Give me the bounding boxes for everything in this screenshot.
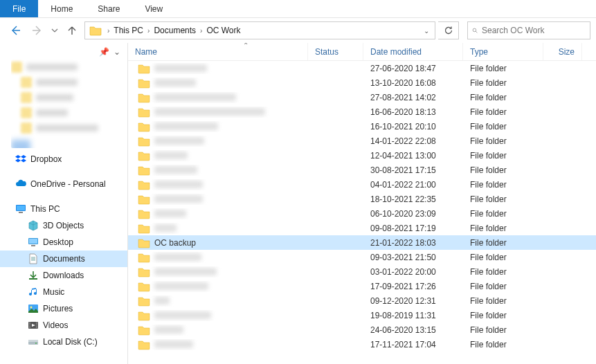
file-row[interactable]: 27-08-2021 14:02File folder [128,90,596,104]
file-row[interactable]: 03-01-2022 20:00File folder [128,264,596,279]
thispc-icon [15,203,26,215]
file-type: File folder [463,64,543,73]
sidebar-item-desktop[interactable]: Desktop [0,234,127,251]
file-name-blurred [154,195,203,203]
sidebar-item-local-disk-c-[interactable]: Local Disk (C:) [0,334,127,350]
folder-icon [138,179,150,190]
svg-rect-12 [28,340,38,342]
pictures-icon [28,303,39,314]
svg-rect-6 [31,245,35,246]
sidebar-label: Pictures [43,304,73,313]
folder-icon [138,281,150,292]
file-date: 16-06-2020 18:13 [363,107,463,117]
file-date: 18-10-2021 22:35 [363,194,463,204]
recent-dropdown[interactable] [50,21,60,40]
column-size[interactable]: Size [543,43,582,60]
file-name-blurred [154,64,207,72]
file-row[interactable]: 18-10-2021 22:35File folder [128,192,596,206]
file-type: File folder [463,311,543,320]
chevron-down-icon[interactable]: ⌄ [114,47,120,57]
sidebar-label: Desktop [43,237,73,247]
sidebar-item-documents[interactable]: Documents [0,251,127,267]
3d-icon [28,220,39,231]
file-row[interactable]: 30-08-2021 17:15File folder [128,163,596,177]
file-name-blurred [154,79,196,87]
file-type: File folder [463,78,543,88]
file-row[interactable]: 24-06-2020 13:15File folder [128,322,596,337]
file-date: 19-08-2019 11:31 [363,311,463,320]
sidebar-header-icons: 📌 ⌄ [0,46,127,58]
file-row[interactable]: 06-10-2020 23:09File folder [128,206,596,221]
pin-icon[interactable]: 📌 [99,47,109,57]
sidebar-item-3d-objects[interactable]: 3D Objects [0,217,127,234]
sidebar-label: Dropbox [30,154,62,164]
file-name-blurred [154,326,183,334]
file-date: 17-09-2021 17:26 [363,282,463,291]
file-name-blurred [154,340,193,348]
file-row[interactable]: 16-10-2021 20:10File folder [128,119,596,134]
home-tab[interactable]: Home [38,0,85,17]
file-date: 12-04-2021 13:00 [363,151,463,161]
address-dropdown[interactable]: ⌄ [419,27,433,35]
file-row[interactable]: 09-03-2021 21:50File folder [128,250,596,264]
folder-icon [138,310,150,321]
file-row[interactable]: 14-01-2022 22:08File folder [128,134,596,148]
file-name-blurred [154,137,204,145]
file-date: 09-08-2021 17:19 [363,224,463,233]
file-type: File folder [463,296,543,306]
file-row[interactable]: OC backup21-01-2022 18:03File folder [128,235,596,250]
file-name-blurred [154,108,265,116]
search-input[interactable] [482,26,586,35]
file-type: File folder [463,151,543,161]
refresh-button[interactable] [438,21,459,39]
sidebar-item-pictures[interactable]: Pictures [0,300,127,317]
folder-icon [138,136,150,147]
sidebar-item-music[interactable]: Music [0,284,127,300]
sidebar-label: OneDrive - Personal [30,179,106,189]
file-date: 14-01-2022 22:08 [363,136,463,146]
file-row[interactable]: 19-08-2019 11:31File folder [128,308,596,322]
file-row[interactable]: 04-01-2022 21:00File folder [128,177,596,192]
forward-button[interactable] [28,21,47,40]
back-button[interactable] [6,21,25,40]
file-tab[interactable]: File [0,0,38,17]
file-name-blurred [154,311,211,319]
file-row[interactable]: 13-10-2020 16:08File folder [128,75,596,90]
file-date: 09-12-2020 12:31 [363,296,463,306]
sidebar-item-thispc[interactable]: This PC [0,201,127,217]
file-name-blurred [154,224,177,232]
file-row[interactable]: 09-12-2020 12:31File folder [128,293,596,308]
search-box[interactable] [467,21,590,39]
sidebar-item-onedrive[interactable]: OneDrive - Personal [0,176,127,192]
sidebar-item-videos[interactable]: Videos [0,317,127,334]
breadcrumb-item[interactable]: This PC [112,26,145,35]
file-row[interactable]: 17-09-2021 17:26File folder [128,279,596,293]
sidebar-item-downloads[interactable]: Downloads [0,267,127,284]
up-button[interactable] [62,21,82,40]
chevron-right-icon[interactable]: › [145,27,152,35]
file-name-blurred [154,93,236,101]
folder-icon [138,194,150,205]
file-row[interactable]: 16-06-2020 18:13File folder [128,104,596,119]
file-list: Name Status Date modified Type Size ⌃ 27… [128,43,596,364]
file-row[interactable]: 12-04-2021 13:00File folder [128,148,596,163]
file-type: File folder [463,165,543,175]
file-name: OC backup [154,238,196,248]
breadcrumb-item[interactable]: OC Work [205,26,242,35]
file-row[interactable]: 09-08-2021 17:19File folder [128,221,596,235]
sidebar-label: Music [43,287,64,297]
chevron-right-icon[interactable]: › [105,27,112,35]
sidebar-item-dropbox[interactable]: Dropbox [0,151,127,167]
file-row[interactable]: 27-06-2020 18:47File folder [128,61,596,75]
file-row[interactable]: 17-11-2021 17:04File folder [128,337,596,352]
folder-icon [89,25,102,36]
file-name-blurred [154,268,217,275]
folder-icon [138,63,150,74]
disk-icon [28,336,39,347]
breadcrumb-item[interactable]: Documents [152,26,197,35]
view-tab[interactable]: View [132,0,175,17]
share-tab[interactable]: Share [85,0,132,17]
chevron-right-icon[interactable]: › [197,27,205,35]
address-bar[interactable]: › This PC › Documents › OC Work ⌄ [84,21,435,39]
quick-access-blurred [11,60,122,148]
